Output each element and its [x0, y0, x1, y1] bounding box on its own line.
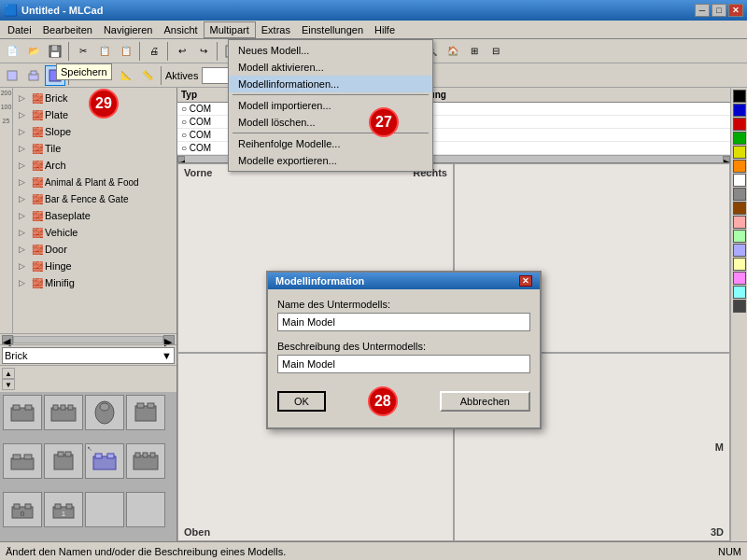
tb2-7[interactable]: 📏 [137, 65, 158, 86]
copy-btn[interactable]: 📋 [94, 41, 115, 62]
maximize-button[interactable]: □ [712, 4, 726, 17]
tb-r7[interactable]: 🏠 [443, 41, 463, 62]
tree-item-arch[interactable]: ▷ 🧱 Arch [15, 157, 175, 174]
brick-dropdown[interactable]: Brick ▼ [2, 347, 175, 364]
color-lightblue[interactable] [733, 244, 746, 257]
thumb-10[interactable]: 1 [44, 492, 83, 527]
save-btn[interactable] [45, 41, 65, 62]
tb-r9[interactable]: ⊟ [486, 41, 506, 62]
desc-input[interactable] [277, 355, 530, 373]
expand-vehicle[interactable]: ▷ [19, 228, 32, 237]
title-bar: 🟦 Untitled - MLCad ─ □ ✕ [0, 0, 747, 21]
menu-hilfe[interactable]: Hilfe [369, 22, 401, 37]
name-input[interactable] [277, 313, 530, 331]
paste-btn[interactable]: 📋 [116, 41, 136, 62]
color-white[interactable] [733, 174, 746, 187]
color-green[interactable] [733, 132, 746, 145]
menu-extras[interactable]: Extras [256, 22, 296, 37]
new-btn[interactable]: 📄 [2, 41, 22, 62]
tree-item-animal[interactable]: ▷ 🧱 Animal & Plant & Food [15, 174, 175, 190]
open-btn[interactable]: 📂 [23, 41, 44, 62]
hscroll-left[interactable]: ◀ [177, 156, 185, 162]
aktives-label: Aktives [165, 70, 198, 81]
color-gray[interactable] [733, 188, 746, 201]
modellinformation-dialog[interactable]: Modellinformation ✕ Name des Untermodell… [266, 271, 542, 429]
expand-slope[interactable]: ▷ [19, 127, 32, 136]
thumb-7-active[interactable]: ↖ [85, 443, 124, 479]
color-pink[interactable] [733, 272, 746, 285]
expand-plate[interactable]: ▷ [19, 110, 32, 119]
thumb-9[interactable]: 0 [3, 492, 42, 527]
color-brown[interactable] [733, 202, 746, 215]
scroll-left-btn[interactable]: ◀ [2, 335, 13, 344]
scroll-right-btn[interactable]: ▶ [163, 335, 175, 344]
color-lightred[interactable] [733, 216, 746, 229]
color-black[interactable] [733, 90, 746, 103]
window-title: Untitled - MLCad [21, 5, 103, 16]
tb2-2[interactable] [23, 65, 44, 86]
tree-item-vehicle[interactable]: ▷ 🧱 Vehicle [15, 224, 175, 241]
expand-minifig[interactable]: ▷ [19, 278, 32, 287]
expand-arch[interactable]: ▷ [19, 161, 32, 170]
menu-einstellungen[interactable]: Einstellungen [296, 22, 369, 37]
color-yellow[interactable] [733, 146, 746, 159]
tree-item-slope[interactable]: ▷ 🧱 Slope [15, 123, 175, 140]
menu-ansicht[interactable]: Ansicht [159, 22, 204, 37]
color-cyan[interactable] [733, 286, 746, 299]
scroll-track[interactable] [13, 336, 163, 343]
redo-btn[interactable]: ↪ [193, 41, 214, 62]
expand-bar[interactable]: ▷ [19, 194, 32, 203]
menu-modell-importieren[interactable]: Modell importieren... [229, 97, 432, 114]
thumb-8[interactable] [126, 443, 165, 479]
thumb-2[interactable] [44, 395, 83, 430]
tree-item-tile[interactable]: ▷ 🧱 Tile [15, 140, 175, 157]
expand-baseplate[interactable]: ▷ [19, 211, 32, 220]
tb-r8[interactable]: ⊞ [464, 41, 485, 62]
menu-multipart[interactable]: Multipart [204, 21, 256, 38]
color-blue[interactable] [733, 104, 746, 117]
tree-item-door[interactable]: ▷ 🧱 Door [15, 241, 175, 258]
hscroll-right[interactable]: ▶ [723, 156, 730, 162]
color-red[interactable] [733, 118, 746, 131]
expand-hinge[interactable]: ▷ [19, 261, 32, 271]
color-darkgray[interactable] [733, 300, 746, 313]
thumb-5[interactable] [3, 443, 42, 479]
menu-modell-aktivieren[interactable]: Modell aktivieren... [229, 59, 432, 76]
menu-datei[interactable]: Datei [2, 22, 37, 37]
tree-item-minifig[interactable]: ▷ 🧱 Minifig [15, 274, 175, 291]
expand-brick[interactable]: ▷ [19, 93, 32, 103]
menu-modelle-exportieren[interactable]: Modelle exportieren... [229, 152, 432, 169]
print-btn[interactable]: 🖨 [144, 41, 164, 62]
multipart-dropdown[interactable]: Neues Modell... Modell aktivieren... Mod… [228, 39, 433, 172]
menu-neues-modell[interactable]: Neues Modell... [229, 42, 432, 59]
tb2-1[interactable] [2, 65, 22, 86]
close-button[interactable]: ✕ [728, 4, 743, 17]
menu-reihenfolge[interactable]: Reihenfolge Modelle... [229, 135, 432, 152]
tree-item-baseplate[interactable]: ▷ 🧱 Baseplate [15, 207, 175, 224]
dialog-close-btn[interactable]: ✕ [519, 275, 532, 287]
color-orange[interactable] [733, 160, 746, 173]
nav-up-btn[interactable]: ▲ [2, 368, 15, 379]
tree-item-hinge[interactable]: ▷ 🧱 Hinge [15, 258, 175, 274]
color-lightgreen[interactable] [733, 230, 746, 243]
menu-bearbeiten[interactable]: Bearbeiten [37, 22, 98, 37]
menu-modellinformationen[interactable]: Modellinformationen... [229, 76, 432, 92]
color-lightyellow[interactable] [733, 258, 746, 271]
minimize-button[interactable]: ─ [695, 4, 710, 17]
nav-down-btn[interactable]: ▼ [2, 379, 15, 390]
menu-modell-loeschen[interactable]: Modell löschen... [229, 114, 432, 131]
menu-navigieren[interactable]: Navigieren [98, 22, 159, 37]
cut-btn[interactable]: ✂ [73, 41, 93, 62]
thumb-4[interactable] [126, 395, 165, 430]
cancel-button[interactable]: Abbrechen [440, 391, 530, 412]
ok-button[interactable]: OK [277, 391, 326, 412]
thumb-3[interactable] [85, 395, 124, 430]
thumb-1[interactable] [3, 395, 42, 430]
thumb-6[interactable] [44, 443, 83, 479]
expand-door[interactable]: ▷ [19, 245, 32, 254]
tb2-6[interactable]: 📐 [116, 65, 136, 86]
expand-tile[interactable]: ▷ [19, 144, 32, 153]
undo-btn[interactable]: ↩ [172, 41, 192, 62]
expand-animal[interactable]: ▷ [19, 177, 32, 187]
tree-item-bar[interactable]: ▷ 🧱 Bar & Fence & Gate [15, 190, 175, 207]
